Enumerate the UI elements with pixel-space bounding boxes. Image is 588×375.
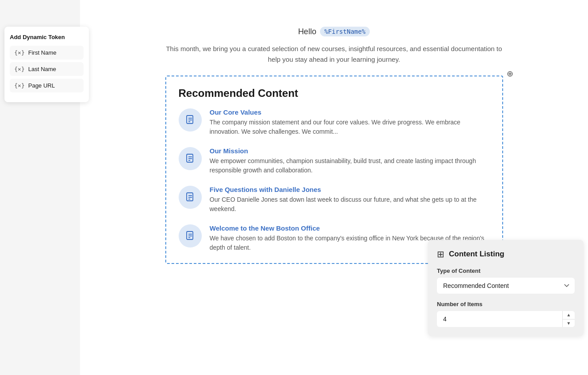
number-of-items-input[interactable] [437, 311, 575, 327]
document-icon-1 [185, 115, 196, 125]
content-link-five-questions[interactable]: Five Questions with Danielle Jones [210, 186, 490, 193]
content-item-our-mission: Our Mission We empower communities, cham… [179, 147, 490, 175]
content-text-core-values: Our Core Values The company mission stat… [210, 108, 490, 136]
content-block: Recommended Content Our Core Values The … [165, 76, 503, 264]
token-icon-last-name: {×} [14, 66, 24, 72]
greeting-description: This month, we bring you a curated selec… [165, 44, 503, 65]
panel-title: Content Listing [449, 250, 504, 259]
document-icon-3 [185, 192, 196, 203]
document-icon-4 [185, 231, 196, 241]
content-icon-core-values [179, 108, 202, 132]
content-link-our-mission[interactable]: Our Mission [210, 147, 490, 155]
block-title: Recommended Content [179, 87, 490, 100]
move-handle[interactable]: ⊕ [504, 68, 516, 80]
svg-rect-0 [187, 116, 193, 124]
content-block-wrapper: ⊕ Recommended Content Our Core Values [165, 76, 503, 264]
token-label-last-name: Last Name [28, 66, 56, 72]
content-desc-five-questions: Our CEO Danielle Jones sat down last wee… [210, 195, 490, 214]
type-of-content-label: Type of Content [437, 267, 575, 274]
content-icon-our-mission [179, 147, 202, 170]
svg-rect-13 [187, 231, 193, 239]
greeting-area: Hello %FirstName% This month, we bring y… [165, 27, 503, 65]
content-listing-icon: ⊞ [437, 249, 444, 259]
content-item-five-questions: Five Questions with Danielle Jones Our C… [179, 186, 490, 214]
type-of-content-select[interactable]: Recommended ContentRecent ContentFeature… [437, 278, 575, 294]
token-label-first-name: First Name [28, 49, 56, 56]
greeting-line: Hello %FirstName% [165, 27, 503, 36]
token-item-first-name[interactable]: {×} First Name [10, 46, 84, 60]
content-link-core-values[interactable]: Our Core Values [210, 108, 490, 116]
number-of-items-wrapper: ▲ ▼ [437, 311, 575, 327]
svg-rect-9 [187, 193, 193, 201]
content-text-five-questions: Five Questions with Danielle Jones Our C… [210, 186, 490, 214]
svg-rect-5 [187, 154, 193, 162]
token-icon-first-name: {×} [14, 49, 24, 56]
hello-text: Hello [298, 27, 316, 36]
content-icon-boston-office [179, 224, 202, 247]
content-desc-core-values: The company mission statement and our fo… [210, 118, 490, 136]
content-icon-five-questions [179, 186, 202, 209]
number-of-items-label: Number of Items [437, 301, 575, 307]
token-item-page-url[interactable]: {×} Page URL [10, 79, 84, 92]
content-text-our-mission: Our Mission We empower communities, cham… [210, 147, 490, 175]
content-link-boston-office[interactable]: Welcome to the New Boston Office [210, 224, 490, 232]
token-sidebar: Add Dynamic Token {×} First Name {×} Las… [4, 27, 89, 102]
token-label-page-url: Page URL [28, 82, 55, 89]
token-item-last-name[interactable]: {×} Last Name [10, 62, 84, 76]
spinner-down-button[interactable]: ▼ [563, 319, 575, 327]
token-icon-page-url: {×} [14, 82, 24, 89]
panel-header: ⊞ Content Listing [437, 249, 575, 259]
spinner-up-button[interactable]: ▲ [563, 311, 575, 319]
firstname-token-badge: %FirstName% [320, 27, 370, 36]
content-desc-our-mission: We empower communities, champion sustain… [210, 156, 490, 175]
document-icon-2 [185, 153, 196, 164]
right-panel: ⊞ Content Listing Type of Content Recomm… [428, 240, 584, 336]
content-item-core-values: Our Core Values The company mission stat… [179, 108, 490, 136]
number-spinners: ▲ ▼ [562, 311, 575, 327]
token-sidebar-title: Add Dynamic Token [10, 34, 84, 40]
